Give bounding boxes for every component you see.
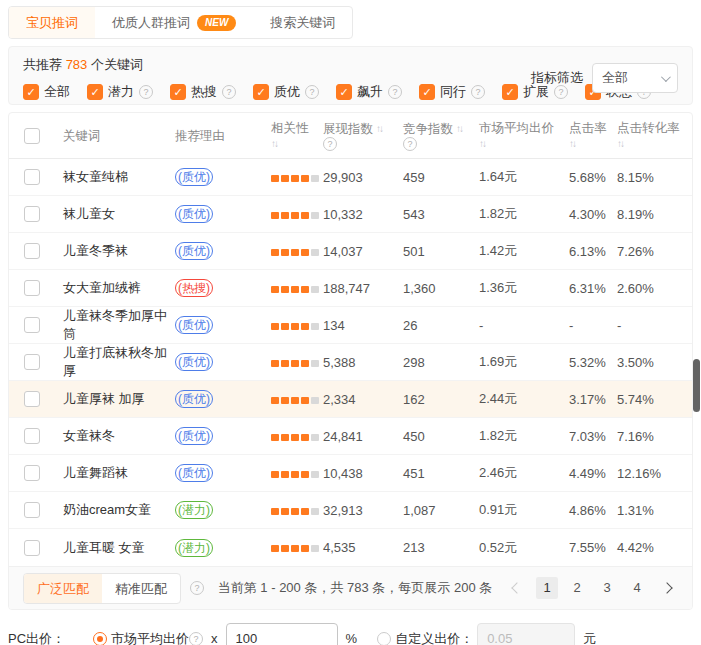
sort-icon[interactable]: ↑↓ (456, 121, 462, 137)
help-icon[interactable]: ? (323, 137, 337, 151)
sort-icon[interactable]: ↑↓ (376, 121, 382, 137)
header-checkbox[interactable] (24, 128, 40, 144)
row-checkbox[interactable] (24, 540, 40, 556)
help-icon[interactable]: ? (222, 85, 236, 99)
filter-option-热搜[interactable]: ✓热搜? (170, 83, 236, 101)
page-button-2[interactable]: 2 (566, 577, 588, 599)
metric-filter: 指标筛选 全部 (531, 63, 678, 93)
row-checkbox[interactable] (24, 280, 40, 296)
price-cell: 2.46元 (471, 464, 561, 482)
chevron-down-icon (661, 72, 671, 82)
reason-badge: (质优) (175, 427, 213, 445)
reason-badge: (质优) (175, 205, 213, 223)
market-percent-input[interactable] (226, 623, 338, 645)
row-checkbox[interactable] (24, 206, 40, 222)
filter-option-同行[interactable]: ✓同行? (419, 83, 485, 101)
checkbox-checked-icon[interactable]: ✓ (419, 84, 435, 100)
column-header-label: 关键词 (63, 128, 101, 144)
checkbox-checked-icon[interactable]: ✓ (23, 84, 39, 100)
row-checkbox[interactable] (24, 428, 40, 444)
next-page-button[interactable] (656, 577, 678, 599)
page-info: 当前第 1 - 200 条，共 783 条，每页展示 200 条 (218, 579, 493, 597)
prev-page-button[interactable] (506, 577, 528, 599)
checkbox-checked-icon[interactable]: ✓ (170, 84, 186, 100)
vertical-scrollbar-thumb[interactable] (693, 359, 700, 412)
competition-cell: 26 (395, 318, 471, 333)
match-mode-group: 广泛匹配 精准匹配 (23, 573, 181, 604)
impression-cell: 24,841 (315, 429, 395, 444)
metric-filter-select[interactable]: 全部 (592, 63, 678, 93)
column-header-ctr[interactable]: 点击率↑↓ (561, 120, 609, 152)
price-cell: 1.64元 (471, 168, 561, 186)
reason-badge: (质优) (175, 390, 213, 408)
keyword-cell: 儿童耳暖 女童 (55, 539, 167, 557)
relevance-bars (271, 286, 319, 293)
help-icon[interactable]: ? (388, 85, 402, 99)
column-header-label: 市场平均出价 (479, 120, 554, 136)
column-header-price[interactable]: 市场平均出价↑↓ (471, 120, 561, 152)
row-checkbox[interactable] (24, 243, 40, 259)
row-checkbox[interactable] (24, 465, 40, 481)
checkbox-checked-icon[interactable]: ✓ (87, 84, 103, 100)
row-checkbox[interactable] (24, 169, 40, 185)
exact-match-button[interactable]: 精准匹配 (102, 574, 180, 603)
cvr-cell: 12.16% (609, 466, 692, 481)
keyword-cell: 儿童厚袜 加厚 (55, 390, 167, 408)
checkbox-checked-icon[interactable]: ✓ (502, 84, 518, 100)
table-body: 袜女童纯棉(质优)29,9034591.64元5.68%8.15%袜儿童女(质优… (9, 159, 692, 566)
tab-item-audience-keywords[interactable]: 优质人群推词 NEW (95, 7, 253, 38)
tab-item-search-keywords[interactable]: 搜索关键词 (253, 7, 352, 38)
checkbox-checked-icon[interactable]: ✓ (336, 84, 352, 100)
column-header-relevance[interactable]: 相关性↑↓ (263, 120, 315, 152)
help-icon[interactable]: ? (190, 581, 204, 595)
column-header-cvr[interactable]: 点击转化率↑↓ (609, 120, 692, 152)
row-checkbox[interactable] (24, 391, 40, 407)
impression-cell: 32,913 (315, 503, 395, 518)
page-button-1[interactable]: 1 (536, 577, 558, 599)
row-checkbox[interactable] (24, 354, 40, 370)
checkbox-checked-icon[interactable]: ✓ (253, 84, 269, 100)
table-row: 儿童打底袜秋冬加厚(质优)5,3882981.69元5.32%3.50% (9, 344, 692, 381)
help-icon[interactable]: ? (403, 137, 417, 151)
table-row: 袜儿童女(质优)10,3325431.82元4.30%8.19% (9, 196, 692, 233)
competition-cell: 162 (395, 392, 471, 407)
sort-icon[interactable]: ↑↓ (569, 136, 575, 152)
cvr-cell: 1.31% (609, 503, 692, 518)
custom-price-radio[interactable] (377, 632, 391, 645)
broad-match-button[interactable]: 广泛匹配 (24, 574, 102, 603)
tab-item-product-keywords[interactable]: 宝贝推词 (9, 7, 95, 38)
row-checkbox[interactable] (24, 502, 40, 518)
reason-badge: (热搜) (175, 279, 213, 297)
help-icon[interactable]: ? (189, 632, 203, 645)
sort-icon[interactable]: ↑↓ (271, 136, 277, 152)
help-icon[interactable]: ? (139, 85, 153, 99)
competition-cell: 451 (395, 466, 471, 481)
filter-option-质优[interactable]: ✓质优? (253, 83, 319, 101)
help-icon[interactable]: ? (471, 85, 485, 99)
custom-price-input[interactable] (477, 623, 575, 645)
filter-option-全部[interactable]: ✓全部 (23, 83, 70, 101)
filter-option-潜力[interactable]: ✓潜力? (87, 83, 153, 101)
price-cell: 1.82元 (471, 205, 561, 223)
row-checkbox[interactable] (24, 317, 40, 333)
keyword-cell: 袜女童纯棉 (55, 168, 167, 186)
page-button-3[interactable]: 3 (596, 577, 618, 599)
help-icon[interactable]: ? (305, 85, 319, 99)
market-price-radio[interactable] (93, 632, 107, 645)
table-row: 儿童舞蹈袜(质优)10,4384512.46元4.49%12.16% (9, 455, 692, 492)
column-header-label: 点击转化率 (617, 120, 680, 136)
table-row: 女大童加绒裤(热搜)188,7471,3601.36元6.31%2.60% (9, 270, 692, 307)
pc-bid-row: PC出价： 市场平均出价 ? x % 自定义出价： 元 (8, 623, 693, 645)
reason-badge: (潜力) (175, 501, 213, 519)
column-header-impression[interactable]: 展现指数↑↓? (315, 121, 395, 151)
keyword-cell: 儿童袜冬季加厚中筒 (55, 307, 167, 343)
relevance-bars (271, 545, 319, 552)
relevance-bars (271, 508, 319, 515)
sort-icon[interactable]: ↑↓ (617, 136, 623, 152)
filter-option-飙升[interactable]: ✓飙升? (336, 83, 402, 101)
sort-icon[interactable]: ↑↓ (479, 136, 485, 152)
column-header-competition[interactable]: 竞争指数↑↓? (395, 121, 471, 151)
competition-cell: 298 (395, 355, 471, 370)
column-header-label: 相关性 (271, 120, 309, 136)
page-button-4[interactable]: 4 (626, 577, 648, 599)
